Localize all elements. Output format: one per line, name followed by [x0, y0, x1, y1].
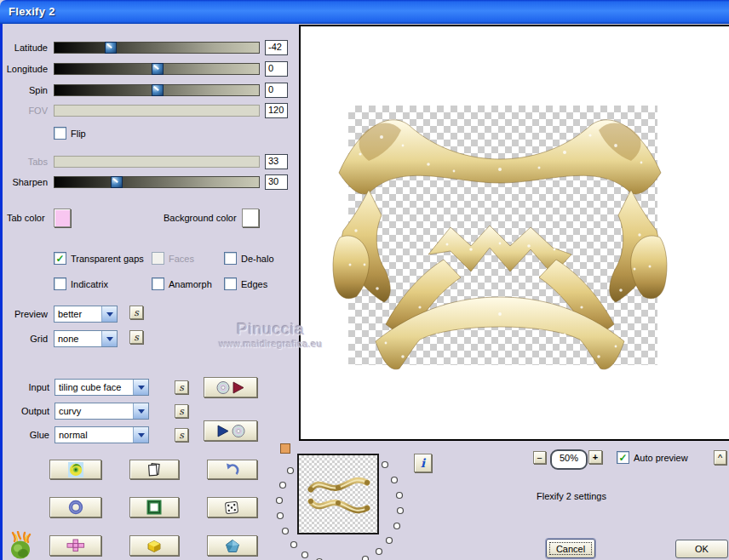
thumbnail-squiggles	[299, 455, 377, 533]
check-icon: ✓	[618, 454, 627, 462]
fov-label: FOV	[0, 106, 48, 116]
torus-button[interactable]	[49, 497, 101, 517]
output-dropdown-value: curvy	[55, 403, 133, 419]
title-bar[interactable]: Flexify 2	[0, 0, 729, 24]
glue-dropdown-button[interactable]	[133, 427, 148, 443]
zoom-out-button[interactable]: −	[533, 451, 546, 464]
ok-button[interactable]: OK	[675, 540, 728, 558]
sharpen-value[interactable]: 30	[265, 174, 288, 190]
fov-value[interactable]: 120	[265, 103, 288, 118]
glue-label: Glue	[0, 430, 49, 440]
edges-box[interactable]	[224, 277, 237, 290]
tab-color-swatch[interactable]	[54, 209, 71, 227]
load-settings-button[interactable]	[204, 377, 257, 397]
output-dropdown-button[interactable]	[133, 403, 148, 419]
glue-dropdown[interactable]: normal	[55, 426, 149, 443]
preview-random-button[interactable]: s	[129, 306, 143, 319]
faces-checkbox: Faces	[152, 252, 194, 265]
spin-label: Spin	[0, 85, 48, 95]
plus-icon: +	[593, 452, 598, 462]
anamorph-checkbox[interactable]: Anamorph	[152, 277, 212, 290]
latitude-label: Latitude	[0, 43, 48, 53]
cube-net-button[interactable]	[49, 535, 101, 556]
brick-button[interactable]	[129, 535, 179, 556]
undo-button[interactable]	[207, 460, 257, 479]
background-color-swatch[interactable]	[242, 209, 259, 227]
indicatrix-box[interactable]	[54, 277, 66, 290]
sharpen-label: Sharpen	[0, 177, 48, 187]
chevron-down-icon	[138, 386, 145, 390]
info-button[interactable]: i	[414, 454, 432, 472]
info-icon: i	[421, 456, 425, 470]
anamorph-box[interactable]	[152, 277, 164, 290]
flip-checkbox[interactable]: Flip	[54, 127, 86, 140]
spin-slider[interactable]	[54, 84, 260, 96]
glue-random-button[interactable]: s	[175, 428, 188, 442]
indicatrix-checkbox[interactable]: Indicatrix	[54, 277, 108, 290]
flip-checkbox-box[interactable]	[54, 127, 66, 140]
chevron-down-icon	[138, 433, 145, 437]
auto-preview-checkbox[interactable]: ✓ Auto preview	[617, 451, 688, 464]
blue-arrow-cd-icon	[215, 424, 246, 438]
faces-box	[152, 252, 164, 265]
grid-label: Grid	[0, 334, 48, 344]
cancel-button[interactable]: Cancel	[546, 539, 595, 558]
input-dropdown-button[interactable]	[133, 380, 148, 395]
spin-slider-thumb[interactable]	[152, 84, 164, 96]
transparent-gaps-label: Transparent gaps	[71, 254, 144, 264]
dice-button[interactable]	[207, 497, 257, 517]
collapse-button[interactable]: ^	[714, 450, 726, 465]
copy-button[interactable]	[129, 460, 179, 479]
sharpen-slider[interactable]	[54, 176, 260, 188]
dice-icon	[224, 500, 240, 516]
latitude-slider-thumb[interactable]	[105, 42, 117, 54]
gold-ornament-image	[301, 26, 729, 443]
preview-dropdown[interactable]: better	[54, 306, 118, 323]
flaming-pear-logo	[8, 531, 35, 560]
planet-button[interactable]	[49, 460, 101, 479]
longitude-slider-thumb[interactable]	[152, 63, 164, 75]
sharpen-slider-thumb[interactable]	[111, 176, 123, 188]
grid-random-button[interactable]: s	[129, 330, 143, 344]
grid-dropdown[interactable]: none	[54, 330, 118, 347]
transparent-gaps-box[interactable]: ✓	[54, 252, 66, 265]
save-settings-button[interactable]	[204, 420, 257, 441]
latitude-slider[interactable]	[54, 42, 260, 54]
orange-marker[interactable]	[280, 443, 290, 454]
de-halo-box[interactable]	[224, 252, 237, 265]
input-dropdown[interactable]: tiling cube face	[55, 379, 149, 396]
preview-label: Preview	[0, 309, 48, 319]
spin-value[interactable]: 0	[265, 83, 288, 98]
frame-button[interactable]	[129, 497, 179, 517]
output-dropdown[interactable]: curvy	[55, 403, 149, 420]
check-icon: ✓	[55, 254, 64, 263]
copy-icon	[146, 462, 162, 477]
longitude-value[interactable]: 0	[265, 61, 288, 77]
flexify-dialog: Flexify 2	[0, 0, 729, 560]
preview-panel[interactable]	[299, 25, 729, 441]
longitude-slider[interactable]	[54, 63, 260, 75]
cube-net-icon	[66, 539, 85, 552]
zoom-in-button[interactable]: +	[588, 450, 602, 464]
input-random-button[interactable]: s	[175, 380, 188, 394]
s-icon: s	[134, 307, 139, 318]
latitude-value[interactable]: -42	[265, 40, 288, 55]
tabs-value[interactable]: 33	[265, 154, 288, 169]
edges-checkbox[interactable]: Edges	[224, 277, 267, 290]
auto-preview-box[interactable]: ✓	[617, 451, 629, 464]
settings-thumbnail[interactable]	[297, 454, 379, 534]
fov-slider	[54, 105, 260, 117]
minus-icon: −	[537, 453, 542, 463]
pentagon-button[interactable]	[207, 535, 257, 556]
caret-up-icon: ^	[718, 453, 722, 463]
preview-dropdown-button[interactable]	[101, 306, 117, 322]
grid-dropdown-value: none	[55, 331, 101, 346]
transparent-gaps-checkbox[interactable]: ✓ Transparent gaps	[54, 252, 144, 265]
edges-label: Edges	[241, 279, 267, 289]
de-halo-checkbox[interactable]: De-halo	[224, 252, 274, 265]
grid-dropdown-button[interactable]	[101, 331, 117, 346]
longitude-label: Longitude	[0, 64, 48, 74]
s-icon: s	[179, 382, 184, 393]
chevron-down-icon	[106, 337, 113, 341]
output-random-button[interactable]: s	[175, 404, 188, 418]
